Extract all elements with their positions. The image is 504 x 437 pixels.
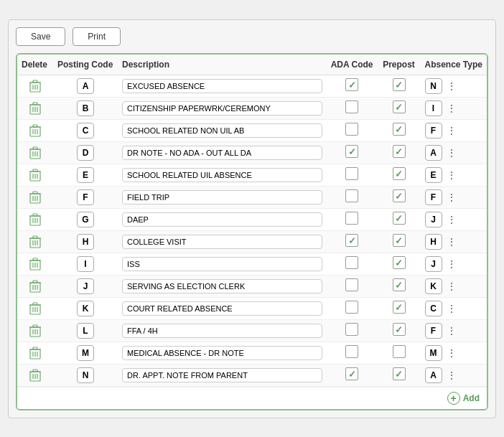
absence-type-cell: A ⋮ xyxy=(421,364,487,386)
menu-dots-icon[interactable]: ⋮ xyxy=(445,214,458,225)
delete-icon[interactable] xyxy=(22,169,49,182)
ada-checkbox[interactable] xyxy=(345,301,358,314)
menu-dots-icon[interactable]: ⋮ xyxy=(445,169,458,181)
ada-code-cell xyxy=(327,186,378,208)
delete-icon[interactable] xyxy=(22,235,49,248)
table-row: C F ⋮ xyxy=(17,119,487,141)
delete-icon[interactable] xyxy=(22,280,49,293)
prepost-checkbox[interactable] xyxy=(393,167,406,180)
prepost-checkbox[interactable] xyxy=(393,301,406,314)
delete-icon[interactable] xyxy=(22,146,49,159)
ada-checkbox[interactable] xyxy=(345,234,358,247)
add-button[interactable]: + Add xyxy=(447,392,480,405)
menu-dots-icon[interactable]: ⋮ xyxy=(445,192,458,203)
save-button[interactable]: Save xyxy=(16,27,65,46)
posting-code-box: F xyxy=(77,189,94,205)
delete-cell xyxy=(17,164,53,186)
prepost-checkbox[interactable] xyxy=(393,234,406,247)
description-input[interactable] xyxy=(122,324,322,338)
ada-checkbox[interactable] xyxy=(345,256,358,269)
menu-dots-icon[interactable]: ⋮ xyxy=(445,347,458,359)
table-scroll[interactable]: Delete Posting Code Description ADA Code… xyxy=(17,55,487,387)
prepost-checkbox[interactable] xyxy=(393,345,406,358)
menu-dots-icon[interactable]: ⋮ xyxy=(445,80,458,92)
menu-dots-icon[interactable]: ⋮ xyxy=(445,325,458,337)
delete-icon[interactable] xyxy=(22,347,49,360)
prepost-checkbox[interactable] xyxy=(393,100,406,113)
absence-type-box: I xyxy=(425,100,442,116)
posting-code-box: H xyxy=(77,234,94,250)
prepost-cell xyxy=(378,275,421,297)
delete-icon[interactable] xyxy=(22,124,49,137)
description-input[interactable] xyxy=(122,123,322,138)
delete-cell xyxy=(17,253,53,275)
delete-icon[interactable] xyxy=(22,191,49,204)
menu-dots-icon[interactable]: ⋮ xyxy=(445,236,458,248)
delete-icon[interactable] xyxy=(22,80,49,93)
delete-icon[interactable] xyxy=(22,213,49,226)
ada-checkbox[interactable] xyxy=(345,145,358,158)
menu-dots-icon[interactable]: ⋮ xyxy=(445,125,458,136)
prepost-cell xyxy=(378,253,421,275)
ada-checkbox[interactable] xyxy=(345,212,358,225)
prepost-checkbox[interactable] xyxy=(393,256,406,269)
prepost-checkbox[interactable] xyxy=(393,212,406,225)
prepost-checkbox[interactable] xyxy=(393,123,406,136)
description-input[interactable] xyxy=(122,146,322,160)
delete-icon[interactable] xyxy=(22,324,49,337)
description-input[interactable] xyxy=(122,79,322,93)
description-input[interactable] xyxy=(122,279,322,293)
menu-dots-icon[interactable]: ⋮ xyxy=(445,258,458,270)
prepost-checkbox[interactable] xyxy=(393,78,406,91)
description-cell xyxy=(118,75,327,97)
prepost-checkbox[interactable] xyxy=(393,323,406,336)
description-input[interactable] xyxy=(122,346,322,360)
prepost-checkbox[interactable] xyxy=(393,189,406,202)
absence-type-cell: A ⋮ xyxy=(421,141,487,164)
description-input[interactable] xyxy=(122,235,322,249)
col-absence-type: Absence Type xyxy=(421,55,487,75)
ada-checkbox[interactable] xyxy=(345,278,358,291)
print-button[interactable]: Print xyxy=(73,27,121,46)
ada-checkbox[interactable] xyxy=(345,100,358,113)
prepost-cell xyxy=(378,319,421,342)
posting-code-box: I xyxy=(77,256,94,272)
description-cell xyxy=(118,119,327,141)
table-footer: + Add xyxy=(17,387,487,409)
prepost-checkbox[interactable] xyxy=(393,278,406,291)
ada-checkbox[interactable] xyxy=(345,78,358,91)
ada-checkbox[interactable] xyxy=(345,367,358,380)
menu-dots-icon[interactable]: ⋮ xyxy=(445,281,458,292)
delete-icon[interactable] xyxy=(22,258,49,271)
menu-dots-icon[interactable]: ⋮ xyxy=(445,147,458,159)
description-input[interactable] xyxy=(122,101,322,116)
posting-code-cell: K xyxy=(53,297,118,319)
posting-code-cell: F xyxy=(53,186,118,208)
svg-rect-77 xyxy=(33,347,37,349)
prepost-checkbox[interactable] xyxy=(393,145,406,158)
description-input[interactable] xyxy=(122,190,322,205)
svg-rect-71 xyxy=(33,325,37,327)
prepost-cell xyxy=(378,141,421,164)
description-input[interactable] xyxy=(122,212,322,227)
ada-checkbox[interactable] xyxy=(345,323,358,336)
menu-dots-icon[interactable]: ⋮ xyxy=(445,370,458,381)
absence-type-cell: F ⋮ xyxy=(421,186,487,208)
delete-cell xyxy=(17,342,53,364)
ada-checkbox[interactable] xyxy=(345,189,358,202)
delete-cell xyxy=(17,275,53,297)
ada-checkbox[interactable] xyxy=(345,123,358,136)
posting-code-cell: B xyxy=(53,97,118,119)
ada-checkbox[interactable] xyxy=(345,345,358,358)
menu-dots-icon[interactable]: ⋮ xyxy=(445,103,458,114)
description-input[interactable] xyxy=(122,168,322,182)
prepost-checkbox[interactable] xyxy=(393,367,406,380)
description-input[interactable] xyxy=(122,368,322,382)
ada-checkbox[interactable] xyxy=(345,167,358,180)
menu-dots-icon[interactable]: ⋮ xyxy=(445,303,458,314)
delete-icon[interactable] xyxy=(22,102,49,115)
delete-icon[interactable] xyxy=(22,302,49,315)
delete-icon[interactable] xyxy=(22,369,49,382)
description-input[interactable] xyxy=(122,301,322,316)
description-input[interactable] xyxy=(122,257,322,271)
